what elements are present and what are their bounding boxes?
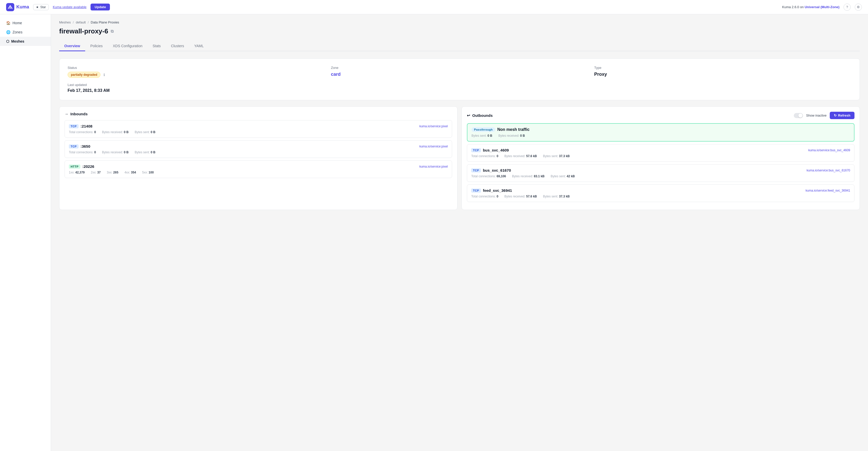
- status-label: Status: [68, 66, 325, 70]
- topnav-right: Kuma 2.6.0 on Universal (Multi-Zone) ? ⚙: [782, 4, 862, 11]
- inbound-1-bytes-sent-val: 0 B: [151, 151, 156, 154]
- inbound-2-5xx: 5xx: 100: [142, 171, 154, 174]
- passthrough-stats: Bytes sent: 0 B Bytes received: 0 B: [471, 134, 850, 138]
- outbound-0-bytes-recv-val: 57.6 kB: [526, 154, 537, 158]
- zone-value[interactable]: card: [331, 72, 588, 77]
- outbound-0-bytes-sent-val: 37.3 kB: [559, 154, 570, 158]
- inbound-2-1xx-val: 42,379: [75, 171, 85, 174]
- zone-link[interactable]: Universal (Multi-Zone): [805, 5, 839, 9]
- inbound-0-stats: Total connections: 0 Bytes received: 0 B…: [69, 130, 448, 134]
- inbound-1-port: :3650: [81, 144, 90, 148]
- panels: → Inbounds TCP :21408 kuma.io/service:pi…: [59, 107, 860, 210]
- outbound-row-1: TCP bus_svc_61670 kuma.io/service:bus_sv…: [467, 164, 855, 182]
- passthrough-header: Passthrough Non mesh traffic: [471, 127, 850, 132]
- inbound-row-1: TCP :3650 kuma.io/service:pixel Total co…: [64, 140, 452, 158]
- inbound-2-proto: HTTP: [69, 164, 80, 169]
- inbounds-header: → Inbounds: [64, 112, 452, 116]
- sidebar-item-meshes[interactable]: ⬡ Meshes: [0, 37, 51, 46]
- home-icon: 🏠: [6, 21, 10, 25]
- outbound-1-bytes-sent: Bytes sent: 42 kB: [551, 175, 575, 178]
- outbound-1-tag[interactable]: kuma.io/service:bus_svc_61670: [807, 169, 850, 172]
- passthrough-bytes-sent: Bytes sent: 0 B: [471, 134, 492, 138]
- inbound-row-0-left: TCP :21408: [69, 124, 92, 128]
- inbound-0-tag[interactable]: kuma.io/service:pixel: [420, 124, 448, 128]
- tab-yaml[interactable]: YAML: [189, 41, 209, 51]
- status-info-icon[interactable]: ℹ: [103, 73, 105, 77]
- inbound-2-stats: 1xx: 42,379 2xx: 37 3xx: 265 4xx:: [69, 171, 448, 174]
- help-button[interactable]: ?: [843, 4, 851, 11]
- copy-icon[interactable]: ⧉: [111, 29, 114, 34]
- breadcrumb-meshes[interactable]: Meshes: [59, 21, 71, 24]
- outbound-2-bytes-sent: Bytes sent: 37.3 kB: [543, 194, 570, 198]
- outbounds-header: ↩ Outbounds Show inactive ↻ Refresh: [467, 112, 855, 119]
- zones-icon: 🌐: [6, 30, 10, 34]
- settings-button[interactable]: ⚙: [855, 4, 862, 11]
- sidebar-item-zones-label: Zones: [12, 30, 23, 34]
- breadcrumb-sep-1: /: [73, 21, 74, 24]
- update-notice[interactable]: Kuma update available: [53, 5, 87, 9]
- show-inactive-toggle[interactable]: [794, 113, 803, 118]
- refresh-icon: ↻: [834, 114, 837, 117]
- outbound-2-connections: Total connections: 0: [471, 194, 498, 198]
- inbound-1-bytes-recv: Bytes received: 0 B: [102, 151, 128, 154]
- inbound-2-4xx: 4xx: 354: [124, 171, 136, 174]
- outbound-0-connections-val: 0: [496, 154, 498, 158]
- inbound-2-port: :20226: [82, 164, 94, 169]
- outbound-0-bytes-sent: Bytes sent: 37.3 kB: [543, 154, 570, 158]
- outbound-1-stats: Total connections: 69,106 Bytes received…: [471, 175, 850, 178]
- outbound-2-bytes-recv-val: 57.6 kB: [526, 194, 537, 198]
- inbound-row-0-header: TCP :21408 kuma.io/service:pixel: [69, 124, 448, 128]
- outbound-row-0-header: TCP bus_svc_4609 kuma.io/service:bus_svc…: [471, 148, 850, 152]
- passthrough-bytes-recv-val: 0 B: [520, 134, 525, 138]
- outbound-row-1-left: TCP bus_svc_61670: [471, 168, 511, 173]
- tab-overview[interactable]: Overview: [59, 41, 85, 51]
- inbound-1-proto: TCP: [69, 144, 79, 148]
- sidebar-item-zones[interactable]: 🌐 Zones: [0, 28, 51, 37]
- outbound-0-tag[interactable]: kuma.io/service:bus_svc_4609: [808, 148, 850, 152]
- breadcrumb-default[interactable]: default: [76, 21, 86, 24]
- passthrough-badge: Passthrough: [471, 127, 495, 132]
- outbound-1-bytes-recv: Bytes received: 83.1 kB: [512, 175, 545, 178]
- outbound-0-proto: TCP: [471, 148, 481, 152]
- outbound-row-2-left: TCP feed_svc_36941: [471, 188, 512, 192]
- outbound-0-bytes-recv: Bytes received: 57.6 kB: [504, 154, 537, 158]
- inbound-2-5xx-val: 100: [149, 171, 154, 174]
- inbound-1-bytes-sent: Bytes sent: 0 B: [135, 151, 155, 154]
- app-body: 🏠 Home 🌐 Zones ⬡ Meshes Meshes / default…: [0, 14, 868, 451]
- inbound-2-2xx: 2xx: 37: [91, 171, 101, 174]
- outbound-2-name: feed_svc_36941: [483, 188, 512, 192]
- meshes-icon: ⬡: [6, 39, 9, 43]
- settings-icon: ⚙: [857, 5, 860, 9]
- inbound-0-bytes-recv: Bytes received: 0 B: [102, 130, 128, 134]
- outbound-1-bytes-recv-val: 83.1 kB: [534, 175, 545, 178]
- breadcrumb-sep-2: /: [88, 21, 89, 24]
- inbound-row-2-left: HTTP :20226: [69, 164, 94, 169]
- outbound-row-2-header: TCP feed_svc_36941 kuma.io/service:feed_…: [471, 188, 850, 192]
- outbound-0-name: bus_svc_4609: [483, 148, 509, 152]
- sidebar-item-home[interactable]: 🏠 Home: [0, 18, 51, 28]
- logo-text: Kuma: [16, 4, 29, 10]
- github-star-button[interactable]: ★ Star: [33, 4, 49, 10]
- inbound-1-tag[interactable]: kuma.io/service:pixel: [420, 145, 448, 148]
- outbound-2-stats: Total connections: 0 Bytes received: 57.…: [471, 194, 850, 198]
- inbounds-arrow-icon: →: [64, 112, 68, 116]
- sidebar-item-meshes-label: Meshes: [11, 39, 24, 43]
- passthrough-bytes-sent-val: 0 B: [488, 134, 492, 138]
- sidebar-item-home-label: Home: [12, 21, 22, 25]
- refresh-button[interactable]: ↻ Refresh: [830, 112, 855, 119]
- inbound-2-tag[interactable]: kuma.io/service:pixel: [420, 165, 448, 168]
- tab-policies[interactable]: Policies: [85, 41, 107, 51]
- outbounds-header-right: Show inactive ↻ Refresh: [794, 112, 855, 119]
- outbound-2-tag[interactable]: kuma.io/service:feed_svc_36941: [806, 189, 850, 192]
- tab-xds-configuration[interactable]: XDS Configuration: [108, 41, 148, 51]
- page-title: firewall-proxy-6: [59, 27, 108, 35]
- tab-clusters[interactable]: Clusters: [166, 41, 189, 51]
- outbound-2-proto: TCP: [471, 188, 481, 192]
- tabs: Overview Policies XDS Configuration Stat…: [59, 41, 860, 51]
- inbounds-title: Inbounds: [70, 112, 88, 116]
- update-button[interactable]: Update: [91, 4, 110, 10]
- outbound-row-1-header: TCP bus_svc_61670 kuma.io/service:bus_sv…: [471, 168, 850, 173]
- tab-stats[interactable]: Stats: [147, 41, 166, 51]
- outbound-row-0-left: TCP bus_svc_4609: [471, 148, 509, 152]
- outbounds-arrow-icon: ↩: [467, 113, 470, 118]
